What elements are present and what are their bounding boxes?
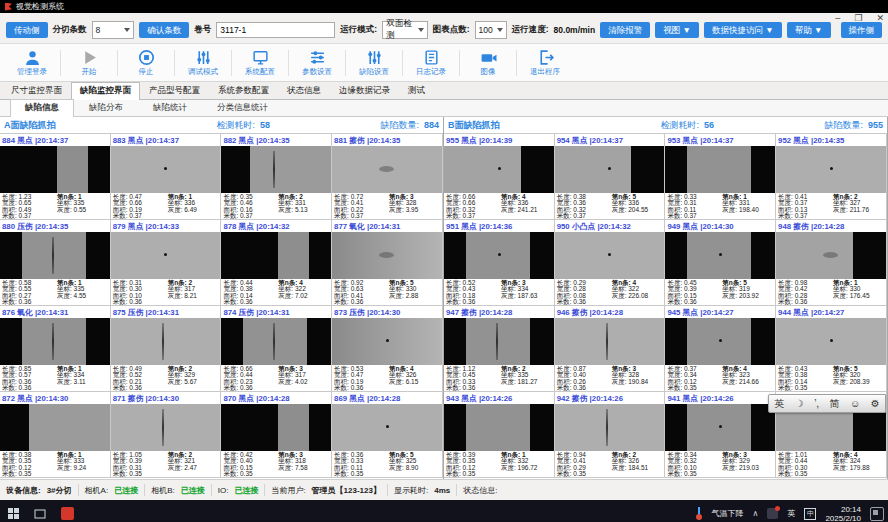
ime-simplified-chinese[interactable]: 简 [830, 399, 840, 409]
confirm-count-button[interactable]: 确认条数 [139, 22, 189, 38]
defect-image[interactable] [332, 232, 442, 279]
defect-image[interactable] [776, 146, 886, 193]
data-quick-access-button[interactable]: 数据快捷访问 ▼ [704, 22, 782, 38]
defect-cell-943[interactable]: 943 黑点 |20:14:26长度: 0.39宽度: 0.35面积: 0.12… [444, 392, 555, 478]
defect-cell-952[interactable]: 952 黑点 |20:14:35长度: 0.41宽度: 0.37面积: 0.13… [776, 134, 887, 220]
defect-cell-942[interactable]: 942 擦伤 |20:14:26长度: 0.94宽度: 0.41面积: 0.29… [555, 392, 666, 478]
defect-cell-883[interactable]: 883 黑点 |20:14:37长度: 0.47宽度: 0.66面积: 0.19… [111, 134, 222, 220]
defect-image[interactable] [555, 232, 665, 279]
action-center-icon[interactable] [870, 507, 884, 521]
defect-image[interactable] [0, 318, 110, 365]
defect-cell-954[interactable]: 954 黑点 |20:14:37长度: 0.38宽度: 0.36面积: 0.32… [555, 134, 666, 220]
ime-punctuation[interactable]: ’, [814, 399, 819, 409]
drive-side-button[interactable]: 传动侧 [6, 22, 48, 38]
ribbon-button-stop[interactable]: 停止 [118, 46, 174, 80]
main-tab-4[interactable]: 状态信息 [278, 82, 330, 99]
defect-cell-944[interactable]: 944 黑点 |20:14:27长度: 0.43宽度: 0.38面积: 0.14… [776, 306, 887, 392]
defect-cell-879[interactable]: 879 黑点 |20:14:33长度: 0.31宽度: 0.30面积: 0.10… [111, 220, 222, 306]
defect-cell-953[interactable]: 953 黑点 |20:14:37长度: 0.33宽度: 0.31面积: 0.11… [665, 134, 776, 220]
main-tab-2[interactable]: 产品型号配置 [140, 82, 209, 99]
defect-image[interactable] [444, 404, 554, 451]
defect-cell-947[interactable]: 947 擦伤 |20:14:28长度: 1.12宽度: 0.45面积: 0.33… [444, 306, 555, 392]
moon-icon[interactable]: ☽ [795, 399, 804, 409]
ribbon-button-sliders2[interactable]: 缺陷设置 [346, 46, 402, 80]
defect-image[interactable] [555, 146, 665, 193]
defect-image[interactable] [111, 232, 221, 279]
defect-cell-949[interactable]: 949 黑点 |20:14:30长度: 0.45宽度: 0.39面积: 0.15… [665, 220, 776, 306]
defect-cell-950[interactable]: 950 小凸点 |20:14:32长度: 0.29宽度: 0.28面积: 0.0… [555, 220, 666, 306]
defect-image[interactable] [111, 404, 221, 451]
inspection-app-taskbar-icon[interactable] [61, 507, 74, 520]
defect-cell-946[interactable]: 946 擦伤 |20:14:28长度: 0.87宽度: 0.40面积: 0.26… [555, 306, 666, 392]
ribbon-button-play[interactable]: 开始 [61, 46, 117, 80]
defect-cell-878[interactable]: 878 黑点 |20:14:32长度: 0.44宽度: 0.38面积: 0.14… [221, 220, 332, 306]
defect-image[interactable] [0, 404, 110, 451]
start-button[interactable] [8, 508, 19, 519]
defect-image[interactable] [332, 318, 442, 365]
sub-tab-0[interactable]: 缺陷信息 [10, 99, 74, 117]
defect-cell-955[interactable]: 955 黑点 |20:14:39长度: 0.66宽度: 0.66面积: 0.32… [444, 134, 555, 220]
defect-cell-951[interactable]: 951 黑点 |20:14:36长度: 0.52宽度: 0.43面积: 0.18… [444, 220, 555, 306]
ribbon-button-monitor[interactable]: 系统配置 [232, 46, 288, 80]
defect-image[interactable] [444, 318, 554, 365]
weather-text[interactable]: 气温下降 [712, 508, 744, 519]
defect-image[interactable] [444, 146, 554, 193]
defect-cell-948[interactable]: 948 擦伤 |20:14:28长度: 0.98宽度: 0.42面积: 0.28… [776, 220, 887, 306]
defect-image[interactable] [221, 404, 331, 451]
defect-cell-882[interactable]: 882 黑点 |20:14:35长度: 0.35宽度: 0.46面积: 0.16… [221, 134, 332, 220]
defect-cell-871[interactable]: 871 擦伤 |20:14:30长度: 1.05宽度: 0.39面积: 0.31… [111, 392, 222, 478]
roll-no-input[interactable] [216, 22, 335, 38]
main-tab-1[interactable]: 缺陷监控界面 [71, 82, 140, 100]
clear-alarm-button[interactable]: 清除报警 [600, 22, 650, 38]
defect-cell-877[interactable]: 877 氧化 |20:14:31长度: 0.92宽度: 0.63面积: 0.41… [332, 220, 443, 306]
sub-tab-1[interactable]: 缺陷分布 [74, 99, 138, 116]
defect-image[interactable] [665, 318, 775, 365]
view-menu-button[interactable]: 视图 ▼ [655, 22, 699, 38]
defect-image[interactable] [555, 404, 665, 451]
ime-english-mode[interactable]: 英 [774, 399, 784, 409]
defect-image[interactable] [665, 404, 775, 451]
notification-badge-icon[interactable] [767, 508, 778, 519]
defect-image[interactable] [776, 318, 886, 365]
defect-image[interactable] [221, 318, 331, 365]
sub-tab-3[interactable]: 分类信息统计 [202, 99, 283, 116]
defect-image[interactable] [0, 146, 110, 193]
defect-image[interactable] [221, 232, 331, 279]
run-mode-select[interactable]: 双面检测 [382, 21, 428, 39]
main-tab-6[interactable]: 测试 [399, 82, 434, 99]
defect-cell-869[interactable]: 869 黑点 |20:14:28长度: 0.36宽度: 0.33面积: 0.11… [332, 392, 443, 478]
ribbon-button-tune[interactable]: 调试模式 [175, 46, 231, 80]
slit-count-select[interactable]: 8 [92, 21, 135, 39]
defect-image[interactable] [111, 318, 221, 365]
ribbon-button-log[interactable]: 日志记录 [403, 46, 459, 80]
defect-image[interactable] [665, 146, 775, 193]
help-menu-button[interactable]: 帮助 ▼ [787, 22, 831, 38]
defect-cell-875[interactable]: 875 压伤 |20:14:31长度: 0.49宽度: 0.52面积: 0.21… [111, 306, 222, 392]
defect-cell-872[interactable]: 872 黑点 |20:14:30长度: 0.38宽度: 0.35面积: 0.12… [0, 392, 111, 478]
ribbon-button-exit[interactable]: 退出程序 [517, 46, 573, 80]
chart-points-select[interactable]: 100 [475, 21, 507, 39]
operate-side-button[interactable]: 操作侧 [841, 22, 883, 38]
defect-image[interactable] [332, 404, 442, 451]
taskbar-clock[interactable]: 20:14 2025/2/10 [825, 505, 861, 522]
defect-cell-880[interactable]: 880 压伤 |20:14:35长度: 0.58宽度: 0.55面积: 0.27… [0, 220, 111, 306]
sub-tab-2[interactable]: 缺陷统计 [138, 99, 202, 116]
defect-cell-881[interactable]: 881 擦伤 |20:14:35长度: 0.72宽度: 0.41面积: 0.22… [332, 134, 443, 220]
defect-cell-870[interactable]: 870 黑点 |20:14:28长度: 0.42宽度: 0.40面积: 0.15… [221, 392, 332, 478]
defect-cell-945[interactable]: 945 黑点 |20:14:27长度: 0.37宽度: 0.34面积: 0.12… [665, 306, 776, 392]
defect-image[interactable] [0, 232, 110, 279]
defect-cell-884[interactable]: 884 黑点 |20:14:37长度: 1.23宽度: 0.65面积: 0.49… [0, 134, 111, 220]
tray-expand-icon[interactable]: ∧ [753, 509, 759, 518]
defect-cell-941[interactable]: 941 黑点 |20:14:26长度: 0.34宽度: 0.32面积: 0.10… [665, 392, 776, 478]
defect-image[interactable] [332, 146, 442, 193]
defect-cell-876[interactable]: 876 氧化 |20:14:31长度: 0.85宽度: 0.57面积: 0.36… [0, 306, 111, 392]
ribbon-button-camera[interactable]: 图像 [460, 46, 516, 80]
ribbon-button-user[interactable]: 管理登录 [4, 46, 60, 80]
task-view-icon[interactable] [33, 507, 47, 521]
ribbon-button-sliders[interactable]: 参数设置 [289, 46, 345, 80]
main-tab-0[interactable]: 尺寸监控界面 [2, 82, 71, 99]
defect-image[interactable] [555, 318, 665, 365]
defect-image[interactable] [776, 232, 886, 279]
main-tab-3[interactable]: 系统参数配置 [209, 82, 278, 99]
language-indicator[interactable]: 英 [787, 508, 795, 519]
